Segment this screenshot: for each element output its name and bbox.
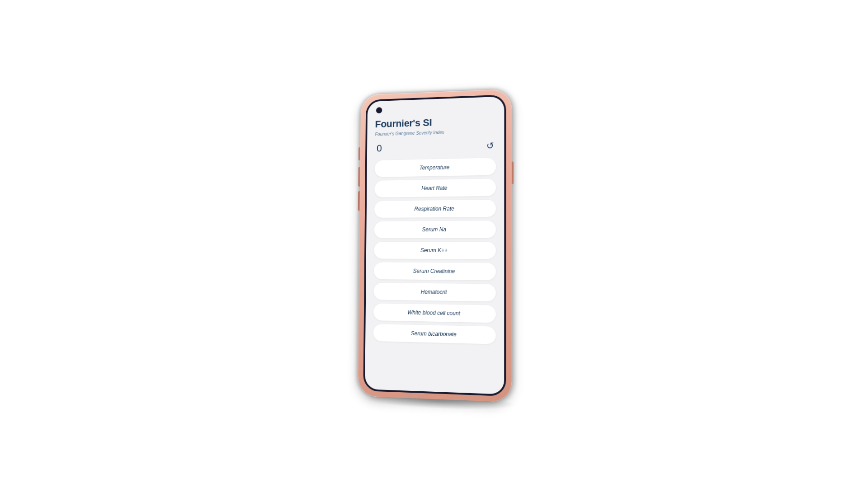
- phone-device: Fournier's SI Fournier's Gangrene Severi…: [358, 89, 512, 402]
- reset-icon[interactable]: ↺: [486, 140, 494, 151]
- param-label-temperature: Temperature: [420, 164, 450, 171]
- phone-body: Fournier's SI Fournier's Gangrene Severi…: [358, 89, 512, 402]
- param-label-serum-k: Serum K++: [420, 247, 448, 253]
- param-item-serum-na[interactable]: Serum Na: [374, 221, 496, 238]
- param-label-hematocrit: Hematocrit: [421, 289, 447, 296]
- parameter-list: TemperatureHeart RateRespiration RateSer…: [373, 158, 496, 344]
- screen-bezel: Fournier's SI Fournier's Gangrene Severi…: [363, 94, 506, 396]
- param-item-temperature[interactable]: Temperature: [375, 158, 496, 177]
- volume-down-button: [358, 191, 360, 211]
- param-label-heart-rate: Heart Rate: [421, 185, 447, 192]
- silent-button: [359, 147, 360, 160]
- param-item-respiration-rate[interactable]: Respiration Rate: [374, 200, 496, 218]
- param-label-respiration-rate: Respiration Rate: [414, 206, 454, 212]
- param-label-serum-na: Serum Na: [422, 226, 446, 233]
- screen-content: Fournier's SI Fournier's Gangrene Severi…: [365, 96, 504, 394]
- param-item-hematocrit[interactable]: Hematocrit: [373, 283, 495, 302]
- phone-screen: Fournier's SI Fournier's Gangrene Severi…: [365, 96, 504, 394]
- param-item-serum-k[interactable]: Serum K++: [374, 242, 496, 259]
- volume-up-button: [358, 167, 360, 187]
- app-title: Fournier's SI: [375, 115, 496, 130]
- power-button: [512, 161, 514, 184]
- param-label-serum-bicarbonate: Serum bicarbonate: [411, 330, 457, 338]
- param-item-white-blood-cell-count[interactable]: White blood cell count: [373, 303, 496, 323]
- param-label-serum-creatinine: Serum Creatinine: [413, 268, 455, 275]
- param-label-white-blood-cell-count: White blood cell count: [407, 310, 460, 317]
- param-item-serum-creatinine[interactable]: Serum Creatinine: [374, 262, 496, 280]
- score-value: 0: [377, 143, 382, 155]
- param-item-serum-bicarbonate[interactable]: Serum bicarbonate: [373, 324, 496, 344]
- param-item-heart-rate[interactable]: Heart Rate: [374, 178, 496, 197]
- score-row: 0 ↺: [375, 140, 496, 154]
